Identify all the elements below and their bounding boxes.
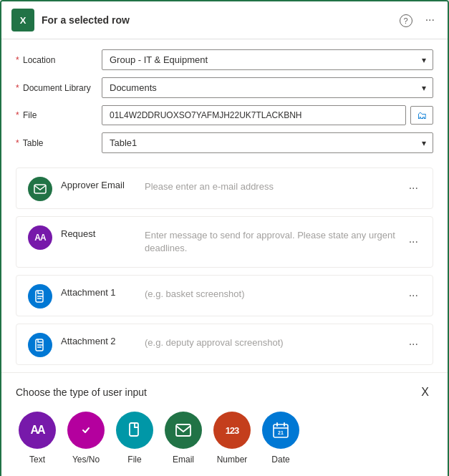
email-type-label: Email xyxy=(173,455,194,465)
text-type-label: Text xyxy=(29,455,45,465)
required-star: * xyxy=(16,55,19,65)
folder-icon: 🗂 xyxy=(417,110,427,121)
input-type-date[interactable]: 21 Date xyxy=(262,412,299,465)
table-row: * Table Table1 ▾ xyxy=(16,132,433,153)
file-input-wrapper: 🗂 xyxy=(102,105,433,125)
close-button[interactable]: X xyxy=(417,384,433,400)
date-type-label: Date xyxy=(271,455,289,465)
bottom-panel: Choose the type of user input X AA Text … xyxy=(1,372,448,476)
yesno-type-label: Yes/No xyxy=(72,455,100,465)
file-label: * File xyxy=(16,110,102,120)
approver-email-more-button[interactable]: ··· xyxy=(406,179,421,198)
more-options-button[interactable]: ··· xyxy=(423,12,438,28)
header: X For a selected row ? ··· xyxy=(1,1,448,39)
number-type-label: Number xyxy=(217,455,248,465)
more-icon-4: ··· xyxy=(409,338,418,350)
location-row: * Location Group - IT & Equipment ▾ xyxy=(16,49,433,70)
request-more-button[interactable]: ··· xyxy=(406,233,421,251)
input-type-email[interactable]: Email xyxy=(165,412,202,465)
input-type-number[interactable]: 123 Number xyxy=(213,412,251,465)
email-field-icon xyxy=(28,177,52,201)
request-label: Request xyxy=(61,224,132,239)
text-type-icon: AA xyxy=(19,412,56,449)
document-library-label: * Document Library xyxy=(16,83,102,93)
table-select[interactable]: Table1 xyxy=(102,132,433,153)
document-library-select-wrapper: Documents ▾ xyxy=(102,77,433,98)
input-type-file[interactable]: File xyxy=(116,412,153,465)
document-library-select[interactable]: Documents xyxy=(102,77,433,98)
request-placeholder: Enter message to send for approval. Plea… xyxy=(138,224,403,260)
form-body: * Location Group - IT & Equipment ▾ * Do… xyxy=(1,39,448,167)
approver-email-field: Approver Email Please enter an e-mail ad… xyxy=(16,167,433,209)
header-title: For a selected row xyxy=(42,14,390,26)
attachment2-more-button[interactable]: ··· xyxy=(406,335,421,354)
number-type-icon: 123 xyxy=(213,412,251,449)
approver-email-placeholder: Please enter an e-mail address xyxy=(138,175,403,198)
document-library-row: * Document Library Documents ▾ xyxy=(16,77,433,98)
more-icon-2: ··· xyxy=(409,235,418,248)
table-label: * Table xyxy=(16,138,102,148)
help-icon: ? xyxy=(400,14,412,27)
main-card: X For a selected row ? ··· * Location Gr… xyxy=(0,0,449,476)
input-type-yesno[interactable]: Yes/No xyxy=(67,412,105,465)
bottom-panel-title: Choose the type of user input xyxy=(16,387,147,398)
more-icon-3: ··· xyxy=(409,289,418,301)
attachment1-field-icon xyxy=(28,284,52,309)
fields-container: Approver Email Please enter an e-mail ad… xyxy=(1,167,448,365)
file-row: * File 🗂 xyxy=(16,105,433,125)
approver-email-label: Approver Email xyxy=(61,175,132,190)
location-select[interactable]: Group - IT & Equipment xyxy=(102,49,433,70)
more-icon: ··· xyxy=(409,182,418,194)
more-options-icon: ··· xyxy=(425,14,435,26)
yesno-type-icon xyxy=(67,412,105,449)
location-select-wrapper: Group - IT & Equipment ▾ xyxy=(102,49,433,70)
svg-text:21: 21 xyxy=(278,430,284,435)
header-actions: ? ··· xyxy=(397,12,438,29)
attachment1-more-button[interactable]: ··· xyxy=(406,286,421,305)
date-type-icon: 21 xyxy=(262,412,299,449)
input-type-text[interactable]: AA Text xyxy=(19,412,56,465)
input-types-row: AA Text Yes/No File xyxy=(16,412,433,465)
attachment2-field-icon xyxy=(28,333,52,357)
request-field: AA Request Enter message to send for app… xyxy=(16,216,433,268)
file-type-label: File xyxy=(127,455,141,465)
file-type-icon xyxy=(116,412,153,449)
email-type-icon xyxy=(165,412,202,449)
help-button[interactable]: ? xyxy=(397,12,415,29)
svg-rect-10 xyxy=(176,424,190,436)
attachment2-label: Attachment 2 xyxy=(61,331,132,346)
attachment2-field: Attachment 2 (e.g. deputy approval scree… xyxy=(16,324,433,365)
attachment1-placeholder: (e.g. basket screenshot) xyxy=(138,283,403,306)
request-field-icon: AA xyxy=(28,225,52,250)
svg-rect-0 xyxy=(34,185,46,193)
location-label: * Location xyxy=(16,55,102,65)
file-input[interactable] xyxy=(102,105,406,125)
excel-icon: X xyxy=(11,9,34,31)
svg-rect-9 xyxy=(130,423,138,436)
attachment1-label: Attachment 1 xyxy=(61,283,132,298)
file-browse-button[interactable]: 🗂 xyxy=(410,106,433,125)
excel-icon-label: X xyxy=(20,15,26,26)
table-select-wrapper: Table1 ▾ xyxy=(102,132,433,153)
required-star-3: * xyxy=(16,110,19,120)
required-star-2: * xyxy=(16,83,19,93)
attachment2-placeholder: (e.g. deputy approval screenshot) xyxy=(138,331,403,354)
required-star-4: * xyxy=(16,138,19,148)
bottom-panel-header: Choose the type of user input X xyxy=(16,384,433,400)
svg-line-8 xyxy=(85,428,89,432)
attachment1-field: Attachment 1 (e.g. basket screenshot) ··… xyxy=(16,275,433,316)
